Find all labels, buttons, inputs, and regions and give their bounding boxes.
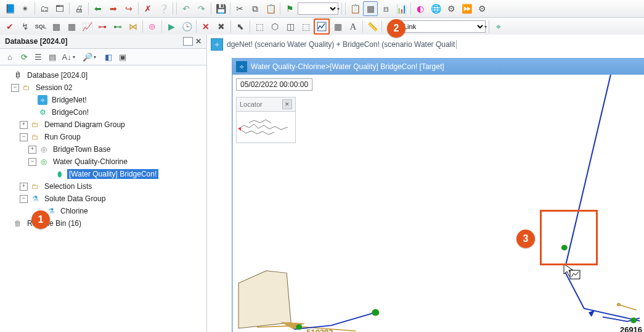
- save-icon[interactable]: 💾: [213, 1, 228, 16]
- cut-icon[interactable]: ✂: [232, 1, 247, 16]
- sql-icon[interactable]: SQL: [33, 19, 48, 34]
- toolbar-icon[interactable]: ✴: [18, 1, 33, 16]
- grid-select-icon[interactable]: ▦: [363, 1, 378, 16]
- tool2-icon[interactable]: ▣: [116, 51, 129, 63]
- pointer-icon[interactable]: ⬉: [233, 19, 248, 34]
- clock-icon[interactable]: 🕒: [179, 19, 194, 34]
- delete-icon[interactable]: ✕: [198, 19, 213, 34]
- select-link-icon[interactable]: ⬚: [298, 19, 313, 34]
- text-icon[interactable]: A: [346, 19, 361, 34]
- grid-icon[interactable]: ▦: [49, 19, 63, 34]
- redo-icon[interactable]: ↷: [194, 1, 209, 16]
- database-panel-toolbar: ⌂ ⟳ ☰ ▤ A↓ ▾ 🔎 ▾ ◧ ▣: [0, 49, 206, 65]
- layers-icon[interactable]: ⧈: [378, 1, 393, 16]
- arrow-right-icon[interactable]: ➡: [106, 1, 121, 16]
- separator: [230, 20, 231, 33]
- valve-icon[interactable]: ⋈: [126, 19, 141, 34]
- arrow-out-icon[interactable]: ↪: [121, 1, 136, 16]
- sort-icon[interactable]: A↓: [60, 51, 73, 63]
- refresh-icon[interactable]: ⟳: [18, 51, 30, 63]
- node-icon[interactable]: ⊶: [95, 19, 110, 34]
- separator: [280, 2, 280, 15]
- tree-root[interactable]: Database [2024.0]: [25, 70, 89, 80]
- main-toolbar-2: ✔ ↯ SQL ▦ ▦ 📈 ⊶ ⊷ ⋈ ⊚ ▶ 🕒 ✕ ✖ ⬉ ⬚ ⬡ ◫ ⬚ …: [0, 18, 644, 36]
- find-icon[interactable]: 🔎: [81, 51, 94, 63]
- separator: [345, 2, 346, 15]
- separator: [88, 2, 89, 15]
- copy-icon[interactable]: ⧉: [248, 1, 263, 16]
- trace-icon[interactable]: ↯: [18, 19, 33, 34]
- step-icon[interactable]: ⏩: [459, 1, 474, 16]
- tree-solute[interactable]: Solute Data Group: [43, 194, 107, 204]
- undo-icon[interactable]: ↶: [179, 1, 194, 16]
- expander-icon[interactable]: −: [20, 195, 28, 203]
- chart-icon[interactable]: ◐: [413, 1, 428, 16]
- expander-icon[interactable]: +: [20, 183, 28, 191]
- tree-wqchlorine[interactable]: Water Quality-Chlorine: [51, 157, 129, 167]
- select-lasso-icon[interactable]: ◫: [283, 19, 298, 34]
- toolbar-icon[interactable]: 📘: [2, 1, 17, 16]
- validate-icon[interactable]: ✔: [2, 19, 17, 34]
- node2-icon[interactable]: ⊷: [110, 19, 125, 34]
- select-poly-icon[interactable]: ⬡: [267, 19, 282, 34]
- tree-selected-item[interactable]: [Water Quality] BridgeCon!: [67, 169, 158, 179]
- tree-session[interactable]: Session 02: [34, 83, 74, 93]
- toolbar-combo-empty[interactable]: [298, 2, 338, 15]
- tree-rungroup[interactable]: Run Group: [43, 132, 83, 142]
- folder-icon: 🗀: [30, 181, 40, 191]
- target-icon[interactable]: ⌖: [491, 19, 506, 34]
- opts-icon[interactable]: ⊚: [145, 19, 160, 34]
- listview-icon[interactable]: ☰: [32, 51, 44, 63]
- database-panel-title: Database [2024.0] ✕: [0, 35, 206, 49]
- separator: [410, 2, 411, 15]
- home-icon[interactable]: ⌂: [4, 51, 16, 63]
- run-icon[interactable]: ▶: [164, 19, 179, 34]
- callout-1: 1: [31, 210, 50, 229]
- print-icon[interactable]: 🖨: [71, 1, 86, 16]
- grid-sel-icon[interactable]: ▦: [330, 19, 345, 34]
- chart2-icon[interactable]: 📈: [79, 19, 94, 34]
- toolbar-icon[interactable]: 🗂: [37, 1, 52, 16]
- svg-point-3: [561, 245, 568, 251]
- select-rect-icon[interactable]: ⬚: [252, 19, 267, 34]
- graph-pick-button[interactable]: [314, 19, 330, 35]
- toolbar-icon[interactable]: 🗔: [52, 1, 67, 16]
- tree-bridgenet[interactable]: BridgeNet!: [50, 95, 89, 105]
- geoplan-area: ✧ dgeNet! (scenario Water Quality) + Bri…: [207, 35, 644, 332]
- database-tree[interactable]: 🛢 Database [2024.0] − 🗀 Session 02 ✧ Bri…: [0, 65, 206, 332]
- help-icon[interactable]: ❔: [156, 1, 171, 16]
- delete2-icon[interactable]: ✖: [214, 19, 229, 34]
- theme-icon[interactable]: 📊: [394, 1, 409, 16]
- gears-icon[interactable]: ⚙: [475, 1, 489, 16]
- expander-icon[interactable]: −: [20, 133, 28, 141]
- globe-icon[interactable]: 🌐: [428, 1, 443, 16]
- grid2-icon[interactable]: ▦: [64, 19, 79, 34]
- tree-sellists[interactable]: Selection Lists: [43, 181, 94, 191]
- tool1-icon[interactable]: ◧: [102, 51, 115, 63]
- tree-chlorine[interactable]: Chlorine: [59, 206, 90, 216]
- link-combo[interactable]: Link: [399, 20, 486, 33]
- expander-icon[interactable]: +: [20, 121, 28, 129]
- callout-2: 2: [387, 19, 406, 38]
- gear-icon[interactable]: ⚙: [444, 1, 459, 16]
- separator: [142, 20, 143, 33]
- map-window-title[interactable]: ✧ Water Quality-Chlorine>[Water Quality]…: [232, 59, 644, 75]
- separator: [69, 2, 70, 15]
- panel-close-icon[interactable]: ✕: [195, 37, 202, 46]
- expander-icon[interactable]: +: [28, 146, 36, 154]
- tree-bridgecon[interactable]: BridgeCon!: [50, 107, 91, 117]
- flag-icon[interactable]: ⚑: [282, 1, 297, 16]
- panel-restore-icon[interactable]: [183, 37, 193, 46]
- props-icon[interactable]: 📋: [348, 1, 362, 16]
- arrow-left-icon[interactable]: ⬅: [91, 1, 105, 16]
- pin-icon[interactable]: ✗: [141, 1, 155, 16]
- tree-btbase[interactable]: BridgeTown Base: [51, 144, 112, 154]
- detail-icon[interactable]: ▤: [46, 51, 59, 63]
- expander-icon[interactable]: −: [11, 84, 19, 92]
- expander-icon[interactable]: −: [28, 158, 36, 166]
- geoplan-tab[interactable]: ✧ dgeNet! (scenario Water Quality) + Bri…: [207, 35, 644, 53]
- ruler-icon[interactable]: 📏: [365, 19, 380, 34]
- map-canvas[interactable]: 510292 26916: [232, 75, 644, 332]
- paste-icon[interactable]: 📋: [263, 1, 278, 16]
- tree-demand[interactable]: Demand Diagram Group: [43, 120, 127, 130]
